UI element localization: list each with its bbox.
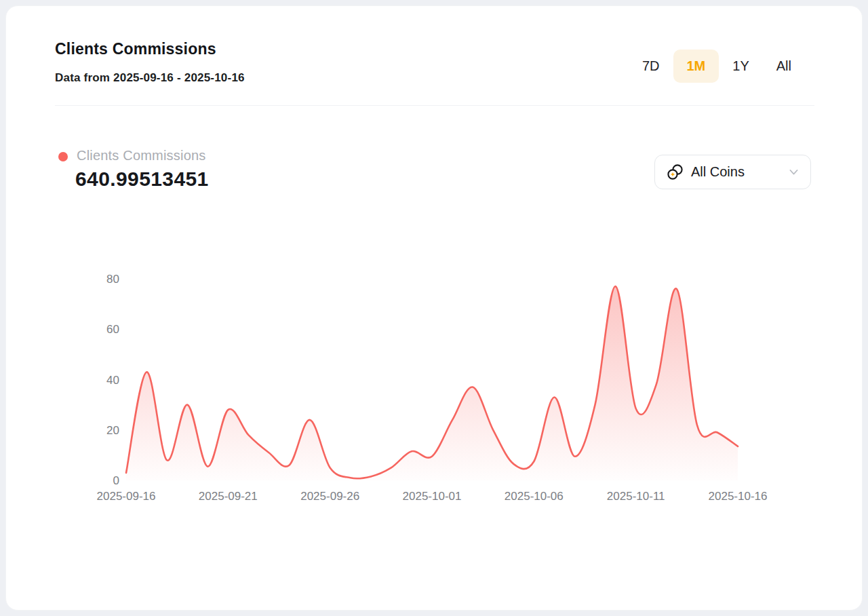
- y-axis-tick: 0: [113, 474, 119, 487]
- clients-commissions-card: Clients Commissions Data from 2025-09-16…: [5, 5, 863, 611]
- x-axis-tick: 2025-10-11: [607, 490, 665, 503]
- x-axis-tick: 2025-10-16: [709, 490, 768, 503]
- range-button-all[interactable]: All: [763, 50, 805, 83]
- range-button-1y[interactable]: 1Y: [719, 50, 762, 83]
- range-button-7d[interactable]: 7D: [629, 50, 673, 83]
- x-axis-tick: 2025-10-01: [403, 490, 462, 503]
- time-range-selector: 7D 1M 1Y All: [629, 50, 805, 83]
- chevron-down-icon: [788, 166, 800, 178]
- chart-area: 020406080 2025-09-162025-09-212025-09-26…: [68, 265, 787, 516]
- x-axis-tick: 2025-10-06: [505, 490, 564, 503]
- x-axis-tick: 2025-09-26: [300, 490, 359, 503]
- x-axis-tick: 2025-09-16: [97, 490, 156, 503]
- coin-filter-dropdown[interactable]: All Coins: [654, 155, 811, 189]
- y-axis-tick: 20: [106, 424, 119, 437]
- y-axis-labels: 020406080: [106, 273, 119, 487]
- range-button-1m[interactable]: 1M: [673, 50, 719, 83]
- coins-icon: [667, 163, 684, 180]
- y-axis-tick: 80: [106, 273, 119, 286]
- legend-dot: [58, 152, 68, 161]
- x-axis-tick: 2025-09-21: [199, 490, 258, 503]
- commissions-total-value: 640.99513451: [75, 168, 209, 191]
- y-axis-tick: 40: [106, 374, 119, 387]
- coin-filter-label: All Coins: [691, 164, 781, 180]
- header-divider: [55, 105, 814, 106]
- x-axis-labels: 2025-09-162025-09-212025-09-262025-10-01…: [97, 490, 768, 503]
- legend-label: Clients Commissions: [77, 148, 206, 163]
- page: { "card": { "title": "Clients Commission…: [0, 0, 868, 616]
- page-title: Clients Commissions: [55, 40, 216, 58]
- series-fill: [126, 286, 738, 480]
- y-axis-tick: 60: [106, 323, 119, 336]
- date-range-subtitle: Data from 2025-09-16 - 2025-10-16: [55, 71, 245, 85]
- commissions-area-chart[interactable]: 020406080 2025-09-162025-09-212025-09-26…: [68, 265, 787, 516]
